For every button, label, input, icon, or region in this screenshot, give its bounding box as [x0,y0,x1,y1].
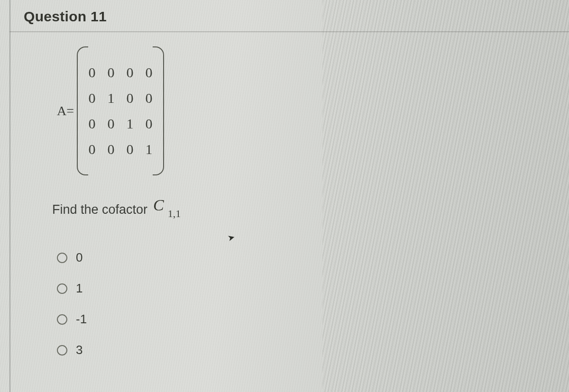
answer-options: 0 1 -1 3 [57,250,555,357]
matrix-row: 0 1 0 0 [87,90,154,106]
cofactor-subscript: 1,1 [168,208,181,220]
radio-icon[interactable] [57,283,67,294]
matrix-row: 0 0 0 0 [87,64,154,81]
matrix-definition: A= 0 0 0 0 0 1 0 0 0 0 1 0 0 0 [57,46,555,175]
question-container: Question 11 A= 0 0 0 0 0 1 0 0 0 0 1 0 [9,0,569,376]
matrix-cell: 0 [144,90,154,106]
answer-option[interactable]: 3 [57,343,555,357]
matrix-cell: 0 [144,64,154,81]
radio-icon[interactable] [57,314,67,325]
matrix-cell: 0 [125,141,135,157]
matrix-brackets: 0 0 0 0 0 1 0 0 0 0 1 0 0 0 0 1 [77,46,164,175]
matrix-cell: 0 [87,90,97,106]
answer-option[interactable]: 0 [57,250,555,265]
matrix-cell: 0 [144,116,154,132]
matrix-cell: 0 [87,64,97,81]
matrix-cell: 1 [106,90,116,106]
matrix-cell: 0 [106,116,116,132]
cofactor-symbol: C [153,196,164,214]
matrix-cell: 0 [106,141,116,157]
matrix-row: 0 0 0 1 [87,141,154,157]
option-label: 0 [76,250,83,265]
option-label: 1 [76,281,83,296]
matrix-cell: 0 [87,116,97,132]
question-prompt: Find the cofactor C 1,1 [52,199,555,217]
matrix-cell: 1 [144,141,154,157]
matrix-cell: 0 [125,90,135,106]
matrix-label: A= [57,103,74,119]
matrix-cell: 1 [125,116,135,132]
matrix-cell: 0 [106,64,116,81]
matrix-cell: 0 [125,64,135,81]
answer-option[interactable]: 1 [57,281,555,296]
matrix-row: 0 0 1 0 [87,116,154,132]
matrix-cell: 0 [87,141,97,157]
prompt-text: Find the cofactor [52,202,147,217]
answer-option[interactable]: -1 [57,312,555,327]
option-label: -1 [76,312,87,327]
radio-icon[interactable] [57,253,67,263]
divider [9,31,569,32]
option-label: 3 [76,343,83,357]
radio-icon[interactable] [57,345,67,356]
question-title: Question 11 [24,9,555,25]
